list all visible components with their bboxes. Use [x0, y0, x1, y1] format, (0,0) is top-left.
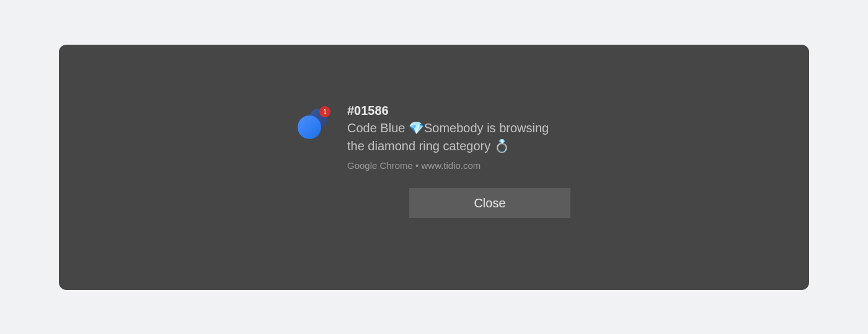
notification-panel: 1 #01586 Code Blue 💎Somebody is browsing… — [59, 45, 809, 290]
notification-title: #01586 — [347, 104, 549, 118]
chat-bubble-front-icon — [298, 115, 321, 139]
notification: 1 #01586 Code Blue 💎Somebody is browsing… — [298, 104, 570, 218]
notification-source: Google Chrome • www.tidio.com — [347, 160, 549, 171]
app-icon: 1 — [298, 105, 332, 139]
notification-text: #01586 Code Blue 💎Somebody is browsing t… — [347, 104, 549, 171]
close-button[interactable]: Close — [409, 188, 570, 218]
message-line-2: the diamond ring category 💍 — [347, 139, 510, 153]
message-line-1: Code Blue 💎Somebody is browsing — [347, 121, 549, 135]
notification-content: 1 #01586 Code Blue 💎Somebody is browsing… — [298, 104, 549, 171]
notification-badge: 1 — [319, 106, 330, 117]
notification-message: Code Blue 💎Somebody is browsing the diam… — [347, 119, 549, 155]
